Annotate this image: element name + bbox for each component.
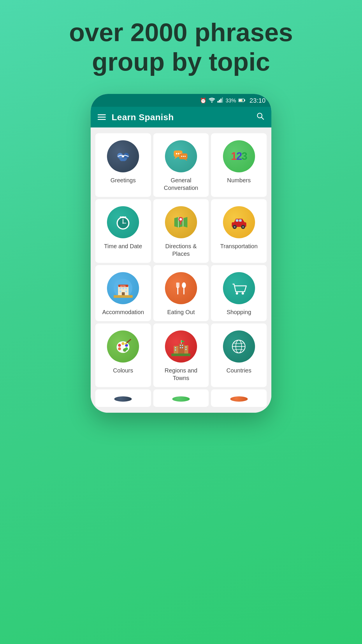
svg-rect-76 xyxy=(182,347,183,348)
category-accommodation[interactable]: HOTEL Accommodation xyxy=(95,265,151,321)
svg-point-58 xyxy=(242,292,244,295)
svg-point-40 xyxy=(242,226,244,228)
categories-grid: Greetings xyxy=(95,133,267,387)
svg-point-9 xyxy=(257,113,262,118)
svg-point-23 xyxy=(184,156,186,157)
general-conversation-label: General Conversation xyxy=(156,176,206,192)
svg-rect-81 xyxy=(171,354,190,356)
menu-button[interactable] xyxy=(98,114,106,120)
regions-icon xyxy=(165,330,197,363)
svg-text:HOTEL: HOTEL xyxy=(120,285,126,287)
svg-rect-77 xyxy=(185,346,187,348)
accommodation-label: Accommodation xyxy=(102,308,144,316)
svg-rect-43 xyxy=(120,288,121,289)
svg-rect-71 xyxy=(175,347,176,348)
transportation-label: Transportation xyxy=(220,242,258,250)
svg-marker-20 xyxy=(184,159,187,161)
category-eating-out[interactable]: Eating Out xyxy=(153,265,209,321)
svg-rect-2 xyxy=(219,100,220,103)
svg-point-22 xyxy=(183,156,184,157)
battery-text: 33% xyxy=(226,98,236,104)
general-conversation-icon xyxy=(165,140,197,172)
svg-point-33 xyxy=(180,218,182,220)
directions-places-label: Directions & Places xyxy=(156,242,206,258)
svg-text:⚡: ⚡ xyxy=(240,99,242,102)
partial-icon-3 xyxy=(230,396,248,402)
status-time: 23:10 xyxy=(249,97,266,104)
category-transportation[interactable]: Transportation xyxy=(211,199,267,263)
svg-rect-1 xyxy=(217,101,219,103)
app-content: Greetings xyxy=(91,127,271,413)
svg-rect-29 xyxy=(121,216,125,218)
svg-point-64 xyxy=(118,347,121,350)
svg-rect-47 xyxy=(125,290,127,292)
svg-point-65 xyxy=(123,348,126,352)
partial-category-1[interactable] xyxy=(95,389,151,407)
partial-category-3[interactable] xyxy=(211,389,267,407)
svg-point-56 xyxy=(182,282,186,288)
svg-point-60 xyxy=(118,344,121,347)
svg-rect-69 xyxy=(179,344,184,354)
svg-rect-73 xyxy=(180,345,181,346)
svg-point-38 xyxy=(234,226,236,228)
numbers-icon: 123 xyxy=(223,140,255,172)
svg-point-21 xyxy=(181,156,182,157)
time-icon xyxy=(107,206,139,238)
svg-rect-3 xyxy=(220,99,222,103)
svg-marker-80 xyxy=(181,340,185,342)
colours-label: Colours xyxy=(113,367,133,374)
category-colours[interactable]: Colours xyxy=(95,323,151,387)
svg-point-17 xyxy=(178,153,180,154)
partial-icon-2 xyxy=(172,396,190,402)
toolbar-title: Learn Spanish xyxy=(112,112,250,122)
phone-frame: ⏰ 33% xyxy=(91,94,271,413)
category-regions-and-towns[interactable]: Regions and Towns xyxy=(153,323,209,387)
svg-marker-15 xyxy=(174,157,178,159)
category-directions-places[interactable]: Directions & Places xyxy=(153,199,209,263)
svg-line-10 xyxy=(261,117,264,120)
svg-rect-44 xyxy=(122,288,124,289)
svg-point-30 xyxy=(120,216,122,218)
svg-rect-45 xyxy=(125,288,127,289)
svg-rect-35 xyxy=(236,219,238,222)
search-button[interactable] xyxy=(256,112,264,122)
category-general-conversation[interactable]: General Conversation xyxy=(153,133,209,197)
app-toolbar: Learn Spanish xyxy=(91,107,271,127)
partial-icon-1 xyxy=(114,396,132,402)
svg-rect-72 xyxy=(175,349,176,351)
partial-category-2[interactable] xyxy=(153,389,209,407)
accommodation-icon: HOTEL xyxy=(107,272,139,304)
countries-label: Countries xyxy=(226,367,252,374)
shopping-label: Shopping xyxy=(226,308,251,316)
greetings-label: Greetings xyxy=(110,176,136,184)
category-countries[interactable]: Countries xyxy=(211,323,267,387)
status-bar: ⏰ 33% xyxy=(91,94,271,107)
category-numbers[interactable]: 123 Numbers xyxy=(211,133,267,197)
time-and-date-label: Time and Date xyxy=(104,242,142,250)
svg-line-66 xyxy=(126,340,131,343)
headline: over 2000 phrases group by topic xyxy=(69,18,293,76)
partial-categories-row xyxy=(95,389,267,407)
wifi-icon xyxy=(209,97,215,104)
category-shopping[interactable]: Shopping xyxy=(211,265,267,321)
battery-icon: ⚡ xyxy=(238,98,245,104)
regions-and-towns-label: Regions and Towns xyxy=(156,367,206,382)
svg-rect-51 xyxy=(114,295,133,298)
transportation-icon xyxy=(223,206,255,238)
shopping-icon xyxy=(223,272,255,304)
svg-rect-78 xyxy=(185,349,187,350)
eating-out-label: Eating Out xyxy=(167,308,195,316)
category-time-and-date[interactable]: Time and Date xyxy=(95,199,151,263)
svg-rect-75 xyxy=(180,347,181,348)
svg-point-57 xyxy=(236,292,238,295)
headline-line2: group by topic xyxy=(92,47,270,76)
colours-icon xyxy=(107,330,139,363)
headline-line1: over 2000 phrases xyxy=(69,18,293,47)
svg-point-16 xyxy=(176,153,178,154)
svg-point-13 xyxy=(122,155,124,158)
status-icons: ⏰ 33% xyxy=(200,97,245,104)
eating-out-icon xyxy=(165,272,197,304)
numbers-label: Numbers xyxy=(227,176,251,184)
svg-point-61 xyxy=(122,342,124,345)
category-greetings[interactable]: Greetings xyxy=(95,133,151,197)
